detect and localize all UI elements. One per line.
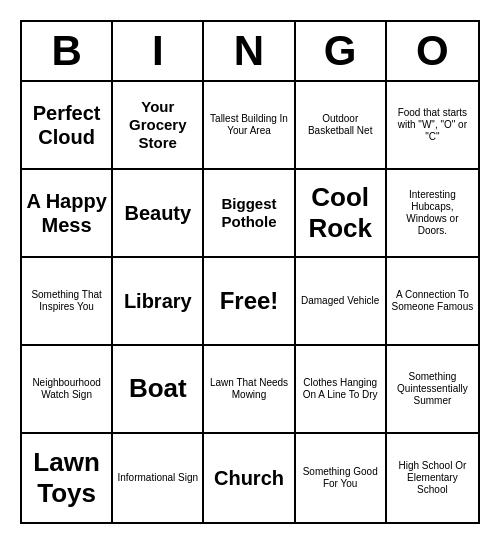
bingo-cell-21: Informational Sign — [113, 434, 204, 522]
bingo-cell-22: Church — [204, 434, 295, 522]
bingo-cell-14: A Connection To Someone Famous — [387, 258, 478, 346]
bingo-cell-5: A Happy Mess — [22, 170, 113, 258]
bingo-cell-0: Perfect Cloud — [22, 82, 113, 170]
bingo-cell-6: Beauty — [113, 170, 204, 258]
bingo-cell-13: Damaged Vehicle — [296, 258, 387, 346]
header-letter-i: I — [113, 22, 204, 80]
bingo-cell-9: Interesting Hubcaps, Windows or Doors. — [387, 170, 478, 258]
header-letter-n: N — [204, 22, 295, 80]
header-letter-o: O — [387, 22, 478, 80]
bingo-cell-24: High School Or Elementary School — [387, 434, 478, 522]
bingo-cell-3: Outdoor Basketball Net — [296, 82, 387, 170]
bingo-cell-10: Something That Inspires You — [22, 258, 113, 346]
bingo-header: BINGO — [22, 22, 478, 82]
bingo-cell-7: Biggest Pothole — [204, 170, 295, 258]
bingo-cell-15: Neighbourhood Watch Sign — [22, 346, 113, 434]
bingo-cell-20: Lawn Toys — [22, 434, 113, 522]
bingo-cell-8: Cool Rock — [296, 170, 387, 258]
bingo-cell-23: Something Good For You — [296, 434, 387, 522]
bingo-cell-17: Lawn That Needs Mowing — [204, 346, 295, 434]
bingo-cell-2: Tallest Building In Your Area — [204, 82, 295, 170]
bingo-cell-12: Free! — [204, 258, 295, 346]
header-letter-g: G — [296, 22, 387, 80]
header-letter-b: B — [22, 22, 113, 80]
bingo-card: BINGO Perfect CloudYour Grocery StoreTal… — [20, 20, 480, 524]
bingo-cell-1: Your Grocery Store — [113, 82, 204, 170]
bingo-cell-18: Clothes Hanging On A Line To Dry — [296, 346, 387, 434]
bingo-cell-11: Library — [113, 258, 204, 346]
bingo-cell-4: Food that starts with "W", "O" or "C" — [387, 82, 478, 170]
bingo-cell-16: Boat — [113, 346, 204, 434]
bingo-cell-19: Something Quintessentially Summer — [387, 346, 478, 434]
bingo-grid: Perfect CloudYour Grocery StoreTallest B… — [22, 82, 478, 522]
